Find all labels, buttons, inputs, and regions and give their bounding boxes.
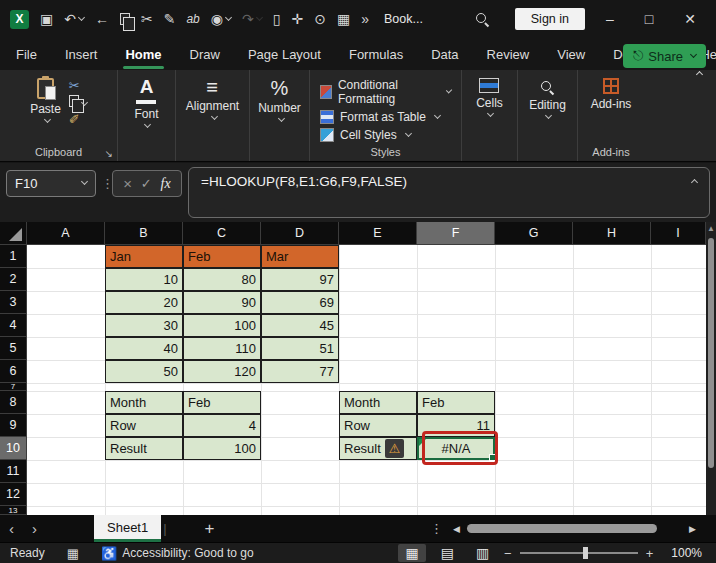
cell-D6[interactable]: 77: [261, 360, 339, 383]
paste-button[interactable]: Paste: [30, 78, 61, 124]
cell-C2[interactable]: 80: [183, 268, 261, 291]
row-header-10[interactable]: 10: [0, 437, 27, 460]
row-header-9[interactable]: 9: [0, 414, 27, 437]
cell-B9[interactable]: Row: [105, 414, 183, 437]
sheet-nav-right-icon[interactable]: ›: [23, 520, 46, 537]
zoom-slider[interactable]: [520, 552, 638, 554]
row-header-12[interactable]: 12: [0, 483, 27, 506]
hscroll-left-icon[interactable]: ◀: [453, 524, 460, 534]
minimize-button[interactable]: –: [596, 11, 624, 27]
formula-input[interactable]: =HLOOKUP(F8,E1:G6,F9,FALSE): [188, 167, 710, 218]
column-header-B[interactable]: B: [105, 222, 183, 245]
tab-draw[interactable]: Draw: [188, 43, 222, 66]
name-box[interactable]: F10: [6, 170, 96, 197]
cell-D4[interactable]: 45: [261, 314, 339, 337]
maximize-button[interactable]: □: [635, 11, 663, 27]
cell-E10[interactable]: Result: [339, 437, 417, 460]
sign-in-button[interactable]: Sign in: [515, 8, 585, 30]
touch-mode-icon[interactable]: ◉: [211, 12, 231, 26]
row-header-4[interactable]: 4: [0, 314, 27, 337]
font-group[interactable]: A Font: [118, 70, 176, 161]
tab-formulas[interactable]: Formulas: [347, 43, 405, 66]
collapse-formula-bar-icon[interactable]: [691, 179, 698, 186]
cell-D3[interactable]: 69: [261, 291, 339, 314]
zoom-slider-thumb[interactable]: [583, 547, 588, 559]
sheet-tab-active[interactable]: Sheet1: [94, 515, 161, 542]
page-break-view-icon[interactable]: ▥: [469, 544, 496, 562]
add-sheet-button[interactable]: +: [205, 519, 215, 539]
horizontal-scroll-thumb[interactable]: [467, 524, 657, 533]
accessibility-icon[interactable]: ♿: [101, 546, 117, 561]
save-icon[interactable]: ▣: [40, 12, 53, 26]
search-icon[interactable]: [475, 12, 490, 27]
column-header-I[interactable]: I: [651, 222, 706, 245]
cell-C6[interactable]: 120: [183, 360, 261, 383]
row-header-8[interactable]: 8: [0, 391, 27, 414]
back-icon[interactable]: ←: [95, 12, 109, 26]
row-header-7[interactable]: 7: [0, 383, 27, 391]
column-header-G[interactable]: G: [495, 222, 573, 245]
draw-icon[interactable]: ✛: [291, 12, 303, 26]
close-button[interactable]: ✕: [674, 11, 706, 27]
cell-D2[interactable]: 97: [261, 268, 339, 291]
cell-C10[interactable]: 100: [183, 437, 261, 460]
macro-record-icon[interactable]: ▦: [67, 546, 79, 561]
undo-icon[interactable]: ↶: [64, 12, 84, 26]
styles-item-conditional-formatting[interactable]: Conditional Formatting: [320, 78, 451, 106]
editing-group[interactable]: Editing: [518, 70, 578, 161]
column-header-D[interactable]: D: [261, 222, 339, 245]
column-header-H[interactable]: H: [573, 222, 651, 245]
tab-review[interactable]: Review: [485, 43, 532, 66]
row-header-13[interactable]: 13: [0, 506, 27, 515]
cell-C1[interactable]: Feb: [183, 245, 261, 268]
alignment-group[interactable]: ≡ Alignment: [176, 70, 250, 161]
sheet-nav-left-icon[interactable]: ‹: [0, 520, 23, 537]
cell-E8[interactable]: Month: [339, 391, 417, 414]
tab-home[interactable]: Home: [123, 43, 163, 66]
cells-group[interactable]: Cells: [462, 70, 518, 161]
zoom-in-icon[interactable]: +: [646, 546, 654, 561]
cell-E9[interactable]: Row: [339, 414, 417, 437]
cell-B3[interactable]: 20: [105, 291, 183, 314]
clipboard-dialog-launcher[interactable]: ↘: [105, 148, 113, 159]
tab-view[interactable]: View: [555, 43, 587, 66]
copy-icon[interactable]: [120, 13, 130, 25]
styles-item-format-as-table[interactable]: Format as Table: [320, 110, 440, 124]
hscroll-right-icon[interactable]: ▶: [689, 524, 696, 534]
row-header-6[interactable]: 6: [0, 360, 27, 383]
cell-B2[interactable]: 10: [105, 268, 183, 291]
accessibility-status[interactable]: Accessibility: Good to go: [122, 546, 253, 560]
column-header-F[interactable]: F: [417, 222, 495, 245]
tab-insert[interactable]: Insert: [63, 43, 100, 66]
insert-function-icon[interactable]: fx: [161, 176, 171, 192]
enter-icon[interactable]: ✓: [141, 176, 152, 191]
table-search-icon[interactable]: ▦: [337, 12, 350, 26]
column-header-E[interactable]: E: [339, 222, 417, 245]
format-painter-button[interactable]: ✐: [69, 112, 80, 127]
sheet-bar-dots[interactable]: ⋮: [430, 521, 443, 536]
cell-B1[interactable]: Jan: [105, 245, 183, 268]
cell-C3[interactable]: 90: [183, 291, 261, 314]
cell-B10[interactable]: Result: [105, 437, 183, 460]
share-button[interactable]: ⎋ Share: [623, 44, 706, 68]
column-header-C[interactable]: C: [183, 222, 261, 245]
copy-button[interactable]: [69, 95, 87, 110]
new-file-icon[interactable]: ▯: [273, 12, 281, 26]
cell-B5[interactable]: 40: [105, 337, 183, 360]
tab-page-layout[interactable]: Page Layout: [246, 43, 323, 66]
cancel-icon[interactable]: ×: [123, 175, 132, 192]
camera-icon[interactable]: ⊙: [314, 12, 326, 26]
edit-image-icon[interactable]: ✎: [164, 12, 176, 26]
row-header-3[interactable]: 3: [0, 291, 27, 314]
tab-data[interactable]: Data: [429, 43, 460, 66]
tab-file[interactable]: File: [14, 43, 39, 66]
cell-C4[interactable]: 100: [183, 314, 261, 337]
cut-button[interactable]: ✂: [69, 78, 80, 93]
vertical-scrollbar[interactable]: ▲: [706, 222, 716, 515]
column-header-A[interactable]: A: [27, 222, 105, 245]
row-header-2[interactable]: 2: [0, 268, 27, 291]
scroll-up-icon[interactable]: ▲: [707, 224, 715, 233]
row-header-11[interactable]: 11: [0, 460, 27, 483]
cell-D1[interactable]: Mar: [261, 245, 339, 268]
number-group[interactable]: % Number: [250, 70, 310, 161]
